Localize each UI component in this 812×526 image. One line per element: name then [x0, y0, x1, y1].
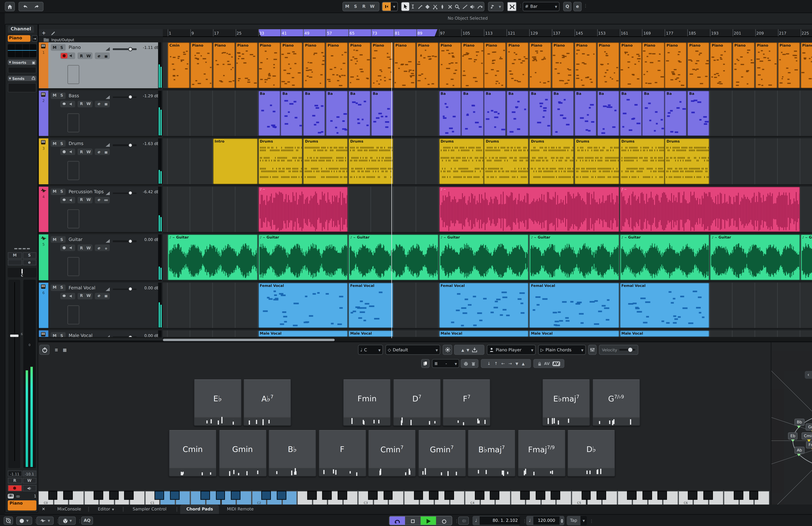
clip-femal-vocal[interactable]: Femal Vocal [439, 282, 529, 328]
track-lane-femal-vocal[interactable]: Femal VocalFemal VocalFemal VocalFemal V… [163, 282, 812, 329]
midi-record-dropdown[interactable]: ▼ [58, 516, 76, 525]
track-solo-button[interactable]: S [58, 189, 65, 194]
av-button[interactable]: AV [544, 361, 550, 366]
av-active-button[interactable]: AV [552, 361, 560, 366]
volume-slider[interactable] [113, 192, 136, 194]
track-mute-button[interactable]: M [51, 45, 58, 50]
zoom-tool[interactable] [454, 2, 461, 11]
player-dropdown[interactable]: Piano Player▼ [487, 345, 536, 355]
automation-w-button[interactable]: W [368, 2, 376, 11]
clip-piano[interactable]: Piano [642, 42, 664, 88]
clip-percussion-tops[interactable]: ♪ ~ [439, 186, 619, 232]
clip-ba[interactable]: Ba [348, 90, 371, 136]
clip-piano[interactable]: Piano [190, 42, 212, 88]
track-mute-button[interactable]: M [51, 333, 58, 338]
record-enable-button[interactable] [61, 245, 68, 250]
tab-sampler-control[interactable]: Sampler Control [127, 505, 173, 514]
chord-pad-F[interactable]: F [318, 430, 366, 477]
pan-control[interactable]: C [8, 268, 37, 277]
track-solo-button[interactable]: S [58, 285, 65, 290]
clip-piano[interactable]: Piano [733, 42, 755, 88]
cof-major-ab[interactable]: Ab [795, 447, 804, 454]
instrument-or-channel-icon[interactable]: o [103, 245, 109, 250]
black-key[interactable] [414, 491, 423, 500]
cof-major-eb[interactable]: Eb [788, 432, 798, 439]
black-key[interactable] [383, 491, 393, 500]
automation-r-button[interactable]: R [360, 2, 368, 11]
glue-tool[interactable] [424, 2, 431, 11]
black-key[interactable] [429, 491, 438, 500]
clip-piano[interactable]: Piano [800, 42, 812, 88]
black-key[interactable] [322, 491, 332, 500]
track-mute-button[interactable]: M [51, 141, 58, 146]
shift-octave-down[interactable]: ↓ [487, 361, 491, 366]
chord-pad-Cmin7[interactable]: Cmin7 [368, 430, 416, 477]
track-lane-piano[interactable]: CminPianoPianoPianoPianoPianoPianoPianoP… [163, 42, 812, 89]
auto-quantize-button[interactable]: AQ [81, 516, 93, 525]
page-flip-button[interactable] [421, 359, 430, 368]
track-lane-bass[interactable]: BaBaBaBaBaBaBaBaBaBaBaBaBaBaBaBaBaBa [163, 90, 812, 137]
track-header-guitar[interactable]: 5MSGuitar0.00 dBRWeo [39, 234, 162, 281]
clip-ba[interactable]: Ba [281, 90, 303, 136]
range-selection-tool[interactable] [409, 2, 416, 11]
track-read-button[interactable]: R [78, 245, 85, 250]
stop-button[interactable] [405, 516, 421, 525]
clip-piano[interactable]: Piano [529, 42, 551, 88]
clip-piano[interactable]: Piano [348, 42, 371, 88]
iterative-quantize-button[interactable]: e [573, 2, 582, 11]
clip-male-vocal[interactable]: Male Vocal [348, 331, 393, 337]
track-mute-button[interactable]: M [51, 285, 58, 290]
track-header-bass[interactable]: 2MSBass-1.29 dBRWe▮▮ [39, 90, 162, 137]
clip-male-vocal[interactable]: Male Vocal [529, 331, 619, 337]
chord-pad-Ab7[interactable]: A♭7 [244, 379, 291, 426]
snap-button[interactable] [507, 2, 517, 11]
track-name[interactable]: Piano [69, 45, 81, 50]
track-mute-button[interactable]: M [51, 93, 58, 98]
clip-guitar[interactable]: ♪ ~ Guitar [168, 234, 258, 280]
track-solo-button[interactable]: S [58, 93, 65, 98]
clip-male-vocal[interactable]: Male Vocal [258, 331, 348, 337]
cycle-button[interactable] [390, 516, 405, 525]
track-header-percussion-tops[interactable]: 4MSPercussion Tops-6.42 dBRWeoo [39, 186, 162, 233]
track-read-button[interactable]: R [78, 101, 85, 106]
cof-minor-cmin[interactable]: Cmin [802, 432, 812, 439]
chord-pad-Gmin[interactable]: Gmin [219, 430, 266, 477]
pads-list-icon[interactable]: ≣ [53, 346, 60, 354]
split-tool[interactable] [431, 2, 439, 11]
eq-curve-display[interactable] [8, 44, 37, 57]
track-solo-button[interactable]: S [58, 237, 65, 242]
clip-guitar[interactable]: ♪ ~ Guitar [800, 234, 812, 280]
auto-quantize-dropdown[interactable]: ▼ [488, 2, 504, 11]
track-write-button[interactable]: W [85, 149, 92, 155]
clip-piano[interactable]: Piano [507, 42, 528, 88]
black-key[interactable] [734, 491, 743, 500]
clip-piano[interactable]: Piano [575, 42, 596, 88]
monitor-button[interactable] [68, 149, 74, 155]
track-write-button[interactable]: W [85, 101, 92, 106]
audio-record-dropdown[interactable]: ▼ [37, 516, 54, 525]
instrument-or-channel-icon[interactable]: ▮▮ [103, 149, 109, 155]
shift-left[interactable]: ← [501, 361, 505, 366]
clip-piano[interactable]: Piano [439, 42, 461, 88]
clip-piano[interactable]: Piano [235, 42, 258, 88]
clip-ba[interactable]: Ba [371, 90, 393, 136]
clip-piano[interactable]: Piano [755, 42, 777, 88]
channel-solo-button[interactable]: S [23, 252, 37, 259]
chord-pad-Db[interactable]: D♭ [567, 430, 615, 477]
trash-icon[interactable] [471, 361, 476, 366]
clip-femal-vocal[interactable]: Femal Vocal [620, 282, 710, 328]
track-preview-box[interactable] [68, 257, 79, 276]
track-write-button[interactable]: W [85, 197, 92, 202]
track-write-button[interactable]: W [85, 53, 92, 58]
track-lane-guitar[interactable]: ♪ ~ Guitar♪ ~ Guitar♪ ~ Guitar♪ ~ Guitar… [163, 234, 812, 281]
black-key[interactable] [536, 491, 545, 500]
record-enable-button[interactable] [61, 197, 68, 202]
instrument-icon[interactable] [8, 494, 14, 498]
track-preview-box[interactable] [68, 161, 79, 180]
clip-guitar[interactable]: ♪ ~ Guitar [620, 234, 710, 280]
clip-drums[interactable]: Drums [529, 138, 574, 184]
channel-mute-button[interactable]: M [8, 252, 22, 259]
clip-percussion-tops[interactable]: ♪ ~ [258, 186, 348, 232]
track-mute-button[interactable]: M [51, 237, 58, 242]
black-key[interactable] [551, 491, 560, 500]
